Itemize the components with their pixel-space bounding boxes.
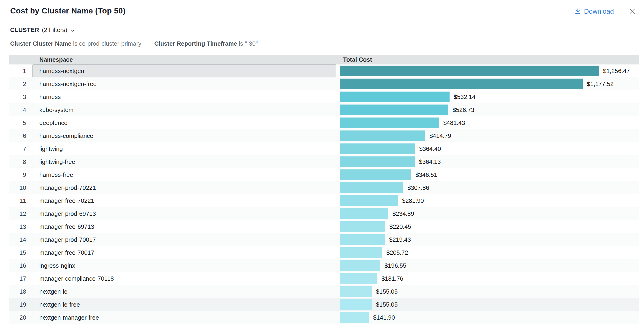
- row-cost-cell: $526.73: [336, 103, 639, 116]
- filter-condition-label: is "-30": [239, 40, 258, 47]
- row-rank: 19: [9, 298, 32, 311]
- row-rank: 2: [9, 77, 32, 90]
- row-namespace[interactable]: harness-compliance: [32, 129, 336, 142]
- row-rank: 11: [9, 194, 32, 207]
- cluster-filter-dropdown[interactable]: CLUSTER (2 Filters): [10, 27, 75, 34]
- row-namespace[interactable]: harness: [32, 90, 336, 103]
- row-namespace[interactable]: lightwing-free: [32, 155, 336, 168]
- row-namespace[interactable]: manager-free-70221: [32, 194, 336, 207]
- cost-value: $307.86: [408, 184, 429, 192]
- table-row[interactable]: 18 nextgen-le $155.05: [9, 285, 639, 298]
- row-namespace[interactable]: nextgen-le: [32, 285, 336, 298]
- cost-bar: [340, 130, 425, 141]
- row-cost-cell: $141.90: [336, 311, 639, 324]
- page-title: Cost by Cluster Name (Top 50): [10, 6, 126, 15]
- cost-bar: [340, 208, 388, 219]
- row-namespace[interactable]: manager-prod-70221: [32, 181, 336, 194]
- row-cost-cell: $346.51: [336, 168, 639, 181]
- table-row[interactable]: 17 manager-compliance-70118 $181.76: [9, 272, 639, 285]
- cost-bar: [340, 170, 411, 180]
- cost-value: $196.55: [384, 262, 406, 269]
- cost-value: $219.43: [389, 236, 411, 243]
- row-cost-cell: $414.79: [336, 129, 639, 142]
- filter-reporting-timeframe[interactable]: Cluster Reporting Timeframe is "-30": [154, 40, 258, 47]
- row-namespace[interactable]: lightwing: [32, 142, 336, 155]
- applied-filters-bar: Cluster Cluster Name is ce-prod-cluster-…: [10, 40, 644, 47]
- filter-field-label: Cluster Reporting Timeframe: [154, 40, 237, 47]
- cost-value: $220.45: [389, 223, 411, 230]
- row-rank: 18: [9, 285, 32, 298]
- modal-header: Cost by Cluster Name (Top 50) Download: [0, 0, 644, 16]
- cost-bar: [340, 312, 369, 323]
- row-cost-cell: $1,177.52: [336, 77, 639, 90]
- table-row[interactable]: 15 manager-free-70017 $205.72: [9, 246, 639, 259]
- table-row[interactable]: 8 lightwing-free $364.13: [9, 155, 639, 168]
- cost-bar: [340, 104, 448, 115]
- table-row[interactable]: 11 manager-free-70221 $281.90: [9, 194, 639, 207]
- cost-value: $364.40: [419, 145, 441, 152]
- table-row[interactable]: 19 nextgen-le-free $155.05: [9, 298, 639, 311]
- cost-value: $281.90: [402, 197, 424, 204]
- row-namespace[interactable]: nextgen-le-free: [32, 298, 336, 311]
- cost-bar: [340, 273, 377, 284]
- cost-value: $481.43: [443, 119, 465, 126]
- row-namespace[interactable]: manager-prod-69713: [32, 207, 336, 220]
- row-rank: 5: [9, 116, 32, 129]
- table-row[interactable]: 2 harness-nextgen-free $1,177.52: [9, 77, 639, 90]
- row-namespace[interactable]: manager-prod-70017: [32, 233, 336, 246]
- close-icon: [628, 13, 636, 16]
- table-row[interactable]: 3 harness $532.14: [9, 90, 639, 103]
- cost-bar: [340, 92, 450, 102]
- row-namespace[interactable]: manager-compliance-70118: [32, 272, 336, 285]
- row-rank: 6: [9, 129, 32, 142]
- row-namespace[interactable]: harness-nextgen: [32, 64, 336, 77]
- table-row[interactable]: 1 harness-nextgen $1,256.47: [9, 64, 639, 77]
- cost-value: $181.76: [382, 275, 403, 282]
- table-row[interactable]: 7 lightwing $364.40: [9, 142, 639, 155]
- table-row[interactable]: 16 ingress-nginx $196.55: [9, 259, 639, 272]
- table-row[interactable]: 10 manager-prod-70221 $307.86: [9, 181, 639, 194]
- chevron-down-icon: [70, 27, 75, 33]
- row-namespace[interactable]: kube-system: [32, 103, 336, 116]
- table-row[interactable]: 4 kube-system $526.73: [9, 103, 639, 116]
- row-namespace[interactable]: harness-nextgen-free: [32, 77, 336, 90]
- cost-value: $205.72: [386, 249, 408, 256]
- row-cost-cell: $532.14: [336, 90, 639, 103]
- table-row[interactable]: 5 deepfence $481.43: [9, 116, 639, 129]
- row-rank: 8: [9, 155, 32, 168]
- cost-value: $1,177.52: [587, 80, 614, 88]
- row-namespace[interactable]: manager-free-70017: [32, 246, 336, 259]
- cost-value: $532.14: [454, 93, 476, 101]
- filter-cluster-name[interactable]: Cluster Cluster Name is ce-prod-cluster-…: [10, 40, 141, 47]
- table-row[interactable]: 12 manager-prod-69713 $234.89: [9, 207, 639, 220]
- cost-bar: [340, 234, 385, 245]
- row-cost-cell: $181.76: [336, 272, 639, 285]
- row-rank: 4: [9, 103, 32, 116]
- table-row[interactable]: 14 manager-prod-70017 $219.43: [9, 233, 639, 246]
- row-cost-cell: $481.43: [336, 116, 639, 129]
- table-row[interactable]: 6 harness-compliance $414.79: [9, 129, 639, 142]
- table-row[interactable]: 20 nextgen-manager-free $141.90: [9, 311, 639, 324]
- cost-value: $234.89: [392, 210, 414, 217]
- row-namespace[interactable]: manager-free-69713: [32, 220, 336, 233]
- cost-bar: [340, 195, 398, 206]
- namespace-column-header[interactable]: Namespace: [32, 55, 336, 64]
- row-rank: 12: [9, 207, 32, 220]
- download-button[interactable]: Download: [574, 8, 614, 15]
- cost-bar: [340, 286, 372, 297]
- row-namespace[interactable]: deepfence: [32, 116, 336, 129]
- close-button[interactable]: [627, 7, 637, 16]
- cost-column-header[interactable]: Total Cost: [336, 55, 639, 64]
- table-row[interactable]: 9 harness-free $346.51: [9, 168, 639, 181]
- row-cost-cell: $219.43: [336, 233, 639, 246]
- row-cost-cell: $155.05: [336, 298, 639, 311]
- row-namespace[interactable]: harness-free: [32, 168, 336, 181]
- cost-bar: [340, 79, 583, 89]
- table-row[interactable]: 13 manager-free-69713 $220.45: [9, 220, 639, 233]
- cost-value: $155.05: [376, 301, 398, 308]
- row-namespace[interactable]: ingress-nginx: [32, 259, 336, 272]
- cost-table: Namespace Total Cost 1 harness-nextgen $…: [9, 55, 639, 324]
- row-cost-cell: $205.72: [336, 246, 639, 259]
- row-namespace[interactable]: nextgen-manager-free: [32, 311, 336, 324]
- cost-bar: [340, 221, 385, 232]
